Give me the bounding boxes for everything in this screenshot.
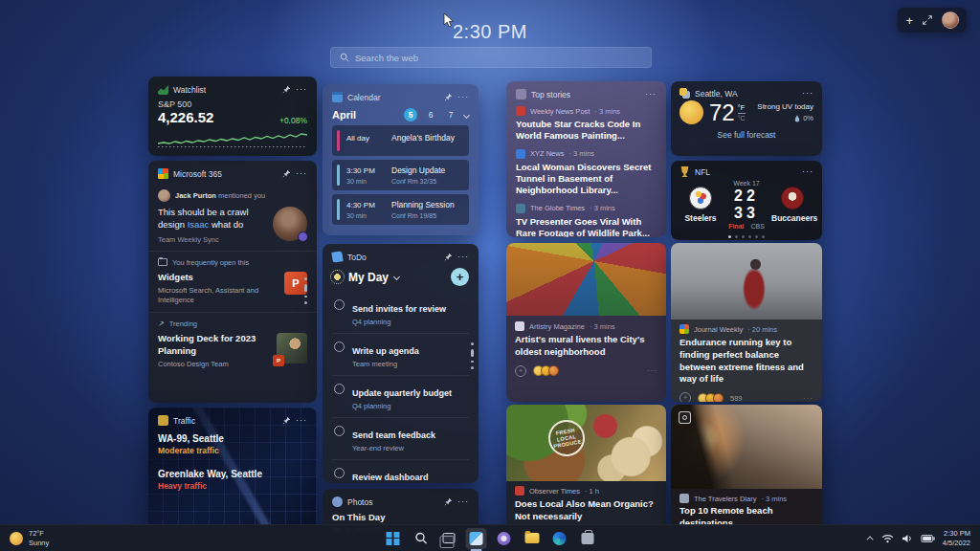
add-reaction-icon[interactable]: + bbox=[515, 365, 526, 377]
calendar-event[interactable]: 3:30 PM Design Update 30 min Conf Rm 32/… bbox=[332, 160, 469, 190]
task-checkbox[interactable] bbox=[334, 299, 345, 310]
calendar-date-selected[interactable]: 5 bbox=[404, 108, 417, 121]
task-row[interactable]: Review dashboard numbersDaily tasks bbox=[332, 459, 469, 483]
task-subtitle: Q4 planning bbox=[352, 318, 446, 326]
story-item[interactable]: The Globe Times 3 mins TV Presenter Goes… bbox=[516, 204, 657, 237]
tray-overflow-icon[interactable] bbox=[866, 536, 873, 542]
event-color-bar bbox=[337, 130, 340, 151]
edge-button[interactable] bbox=[549, 528, 570, 549]
carousel-dots[interactable] bbox=[679, 235, 813, 238]
nfl-widget[interactable]: NFL ··· Steelers Week 17 22 33 Final CBS… bbox=[671, 161, 822, 240]
battery-icon[interactable] bbox=[921, 535, 935, 542]
scroll-indicator[interactable] bbox=[304, 277, 307, 304]
wifi-icon[interactable] bbox=[881, 534, 894, 543]
more-options-icon[interactable]: ··· bbox=[457, 497, 469, 506]
unit-celsius[interactable]: °C bbox=[738, 113, 746, 121]
more-options-icon[interactable]: ··· bbox=[802, 89, 813, 98]
task-checkbox[interactable] bbox=[334, 426, 345, 436]
frequent-card[interactable]: You frequently open this Widgets Microso… bbox=[148, 251, 317, 313]
source-logo bbox=[679, 324, 689, 334]
task-checkbox[interactable] bbox=[334, 384, 345, 394]
mention-card[interactable]: Jack Purton mentioned you This should be… bbox=[148, 183, 317, 251]
calendar-date[interactable]: 6 bbox=[424, 110, 437, 120]
game-status: Final bbox=[728, 223, 744, 230]
expand-icon[interactable] bbox=[923, 15, 932, 25]
mention-avatar-small bbox=[158, 189, 170, 202]
trending-card[interactable]: ↗ Trending Working Deck for 2023 Plannin… bbox=[148, 312, 317, 376]
user-avatar[interactable] bbox=[942, 11, 959, 29]
source-logo bbox=[516, 106, 525, 116]
chevron-down-icon[interactable] bbox=[393, 274, 400, 280]
reaction-emojis[interactable] bbox=[533, 365, 559, 376]
store-button[interactable] bbox=[577, 528, 598, 549]
task-row[interactable]: Send team feedbackYear-end review bbox=[332, 417, 469, 459]
chat-button[interactable] bbox=[494, 528, 515, 549]
start-button[interactable] bbox=[383, 528, 404, 549]
pin-icon[interactable] bbox=[444, 93, 453, 101]
top-stories-widget[interactable]: Top stories ··· Weekly News Post 3 mins … bbox=[506, 81, 666, 237]
calendar-event[interactable]: 4:30 PM Planning Session 30 min Conf Rm … bbox=[332, 194, 469, 225]
traffic-widget[interactable]: Traffic ··· WA-99, Seattle Moderate traf… bbox=[148, 408, 317, 528]
chevron-down-icon[interactable] bbox=[463, 111, 470, 118]
file-explorer-button[interactable] bbox=[522, 528, 543, 549]
taskbar-clock[interactable]: 2:30 PM 4/5/2022 bbox=[943, 529, 970, 548]
more-options-icon[interactable]: ··· bbox=[645, 90, 657, 99]
todo-widget[interactable]: ToDo ··· My Day + Send invites for revie… bbox=[323, 244, 479, 483]
more-options-icon[interactable]: ··· bbox=[296, 169, 307, 178]
pin-icon[interactable] bbox=[282, 85, 291, 94]
scroll-indicator[interactable] bbox=[471, 342, 474, 369]
pin-icon[interactable] bbox=[444, 253, 453, 261]
task-row[interactable]: Update quarterly budgetQ4 planning bbox=[332, 375, 469, 417]
watchlist-widget[interactable]: Watchlist ··· S&P 500 4,226.52 +0.08% bbox=[148, 77, 317, 156]
news-card-mural[interactable]: Artistry Magazine 3 mins Artist's mural … bbox=[506, 243, 666, 402]
story-item[interactable]: XYZ News 3 mins Local Woman Discovers Se… bbox=[516, 149, 657, 197]
edge-icon bbox=[553, 532, 567, 545]
calendar-date[interactable]: 7 bbox=[444, 110, 457, 120]
more-options-icon[interactable]: ··· bbox=[647, 366, 657, 375]
windows-logo-icon bbox=[387, 532, 400, 545]
more-options-icon[interactable]: ··· bbox=[457, 253, 469, 261]
pin-icon[interactable] bbox=[444, 497, 453, 506]
task-checkbox[interactable] bbox=[334, 468, 345, 478]
taskbar-time: 2:30 PM bbox=[943, 529, 970, 539]
search-input[interactable] bbox=[355, 53, 642, 63]
calendar-event[interactable]: All day Angela's Birthday bbox=[332, 125, 469, 156]
event-title: Angela's Birthday bbox=[391, 133, 462, 143]
stock-sparkline bbox=[158, 127, 307, 148]
team-home[interactable]: Steelers bbox=[679, 187, 722, 223]
task-checkbox[interactable] bbox=[334, 342, 345, 352]
source-logo bbox=[516, 204, 525, 213]
calendar-widget[interactable]: Calendar ··· April 5 6 7 All day Angela'… bbox=[323, 84, 479, 235]
more-options-icon[interactable]: ··· bbox=[457, 93, 469, 101]
news-card-beach[interactable]: The Travelers Diary 3 mins Top 10 Remote… bbox=[671, 405, 822, 532]
unit-fahrenheit[interactable]: °F bbox=[738, 103, 746, 112]
steelers-logo-icon bbox=[689, 187, 712, 209]
more-options-icon[interactable]: ··· bbox=[802, 167, 813, 176]
task-row[interactable]: Send invites for reviewQ4 planning bbox=[332, 292, 469, 333]
team-away[interactable]: Buccaneers bbox=[771, 187, 813, 223]
mention-link[interactable]: Isaac bbox=[188, 219, 210, 230]
web-search-bar[interactable] bbox=[330, 47, 652, 68]
pin-icon[interactable] bbox=[282, 169, 291, 178]
more-options-icon[interactable]: ··· bbox=[296, 85, 307, 94]
add-widget-button[interactable]: + bbox=[905, 14, 913, 27]
taskbar-weather[interactable]: 72°F Sunny bbox=[0, 529, 58, 547]
task-row[interactable]: Write up agendaTeam meeting bbox=[332, 333, 469, 375]
story-item[interactable]: Weekly News Post 3 mins Youtube Star Cra… bbox=[516, 106, 657, 143]
pin-icon[interactable] bbox=[282, 416, 291, 425]
reaction-emojis[interactable] bbox=[698, 393, 724, 402]
task-view-button[interactable] bbox=[438, 528, 459, 549]
microsoft-365-widget[interactable]: Microsoft 365 ··· Jack Purton mentioned … bbox=[148, 161, 317, 403]
widgets-button[interactable] bbox=[466, 528, 487, 549]
add-reaction-icon[interactable]: + bbox=[679, 392, 691, 402]
volume-icon[interactable] bbox=[902, 534, 913, 543]
more-options-icon[interactable]: ··· bbox=[296, 416, 307, 425]
article-image bbox=[671, 243, 822, 320]
more-options-icon[interactable]: ··· bbox=[803, 394, 813, 402]
news-card-endurance[interactable]: Journal Weekly 20 mins Endurance running… bbox=[671, 243, 822, 402]
weather-widget[interactable]: Seattle, WA ··· 72 °F °C Strong UV today… bbox=[671, 81, 822, 156]
taskbar-search-button[interactable] bbox=[411, 528, 432, 549]
full-forecast-link[interactable]: See full forecast bbox=[679, 130, 813, 140]
add-task-button[interactable]: + bbox=[451, 268, 469, 286]
news-card-organic[interactable]: FRESH LOCAL PRODUCE Observer Times 1 h D… bbox=[506, 405, 666, 532]
